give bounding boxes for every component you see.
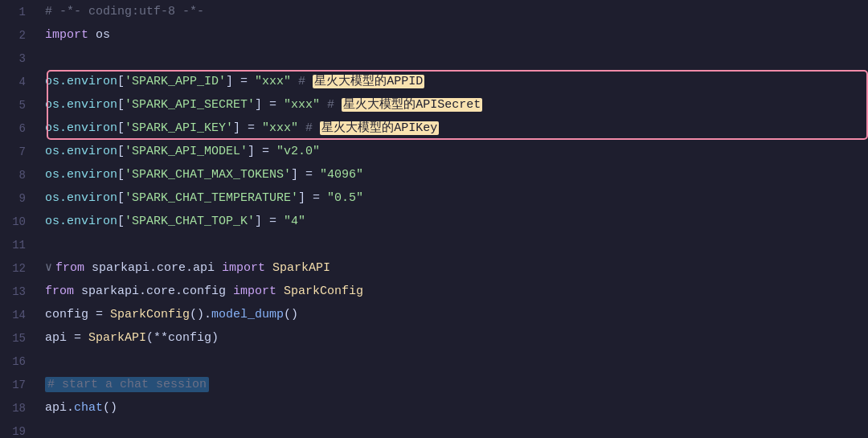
code-line-11: 11 [0,233,868,256]
line-number-5: 5 [0,99,39,112]
line-number-2: 2 [0,29,39,42]
line-number-7: 7 [0,145,39,158]
line-content-6: os.environ['SPARK_API_KEY'] = "xxx" # 星火… [39,117,868,140]
line-number-6: 6 [0,122,39,135]
code-line-19: 19 [0,420,868,438]
code-line-16: 16 [0,350,868,373]
code-line-13: 13 from sparkapi.core.config import Spar… [0,280,868,303]
line-number-11: 11 [0,239,39,252]
line-number-3: 3 [0,52,39,65]
code-line-8: 8 os.environ['SPARK_CHAT_MAX_TOKENS'] = … [0,163,868,186]
code-editor: 1 # -*- coding:utf-8 -*- 2 import os 3 4… [0,0,868,438]
line-number-8: 8 [0,169,39,182]
line-content-4: os.environ['SPARK_APP_ID'] = "xxx" # 星火大… [39,70,868,93]
code-line-9: 9 os.environ['SPARK_CHAT_TEMPERATURE'] =… [0,186,868,210]
line-number-10: 10 [0,215,39,228]
line-number-1: 1 [0,6,39,18]
line-number-17: 17 [0,379,39,391]
code-line-15: 15 api = SparkAPI(**config) [0,326,868,350]
line-content-17: # start a chat session [39,373,868,396]
line-number-9: 9 [0,192,39,205]
line-number-16: 16 [0,355,39,368]
highlighted-block: 4 os.environ['SPARK_APP_ID'] = "xxx" # 星… [0,70,868,140]
line-content-15: api = SparkAPI(**config) [39,326,868,350]
line-content-5: os.environ['SPARK_API_SECRET'] = "xxx" #… [39,93,868,117]
line-content-10: os.environ['SPARK_CHAT_TOP_K'] = "4" [39,210,868,233]
line-number-14: 14 [0,309,39,321]
code-line-7: 7 os.environ['SPARK_API_MODEL'] = "v2.0" [0,140,868,163]
line-content-1: # -*- coding:utf-8 -*- [39,0,868,23]
line-number-4: 4 [0,76,39,88]
code-line-14: 14 config = SparkConfig().model_dump() [0,303,868,326]
code-line-6: 6 os.environ['SPARK_API_KEY'] = "xxx" # … [0,117,868,140]
line-content-2: import os [39,23,868,47]
code-line-17: 17 # start a chat session [0,373,868,396]
code-line-18: 18 api.chat() [0,396,868,420]
code-line-12: 12 ∨from sparkapi.core.api import SparkA… [0,256,868,280]
code-line-10: 10 os.environ['SPARK_CHAT_TOP_K'] = "4" [0,210,868,233]
line-content-14: config = SparkConfig().model_dump() [39,303,868,326]
code-line-3: 3 [0,47,868,70]
line-content-7: os.environ['SPARK_API_MODEL'] = "v2.0" [39,140,868,163]
line-content-12: ∨from sparkapi.core.api import SparkAPI [39,256,868,280]
line-number-18: 18 [0,402,39,415]
code-line-4: 4 os.environ['SPARK_APP_ID'] = "xxx" # 星… [0,70,868,93]
line-content-9: os.environ['SPARK_CHAT_TEMPERATURE'] = "… [39,186,868,210]
line-number-19: 19 [0,425,39,438]
line-content-13: from sparkapi.core.config import SparkCo… [39,280,868,303]
line-content-8: os.environ['SPARK_CHAT_MAX_TOKENS'] = "4… [39,163,868,186]
code-line-5: 5 os.environ['SPARK_API_SECRET'] = "xxx"… [0,93,868,117]
line-number-15: 15 [0,332,39,345]
code-line-2: 2 import os [0,23,868,47]
line-number-13: 13 [0,285,39,298]
line-number-12: 12 [0,262,39,275]
code-line-1: 1 # -*- coding:utf-8 -*- [0,0,868,23]
line-content-18: api.chat() [39,396,868,420]
